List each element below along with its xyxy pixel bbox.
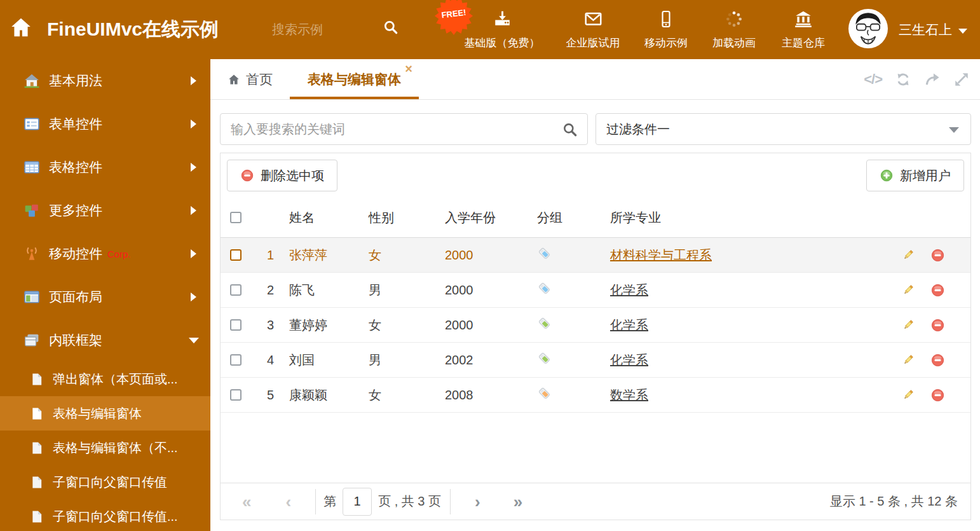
download-icon [493, 10, 512, 31]
sidebar-subitem-child-to-parent[interactable]: 子窗口向父窗口传值 [0, 465, 210, 499]
home-icon [24, 73, 39, 88]
chevron-down-icon [958, 29, 967, 34]
sidebar-item-mobile-controls[interactable]: 移动控件 Corp. [0, 232, 210, 275]
nav-label: 企业版试用 [566, 36, 620, 50]
keyword-search-input[interactable] [221, 114, 587, 144]
sidebar-item-basic-usage[interactable]: 基本用法 [0, 59, 210, 102]
gender-cell: 女 [364, 387, 440, 404]
nav-enterprise-trial[interactable]: 企业版试用 [566, 0, 620, 59]
user-menu[interactable]: 三生石上 [899, 21, 967, 39]
file-icon [31, 510, 44, 523]
tag-icon [537, 386, 552, 404]
table-row[interactable]: 5 康颖颖 女 2008 数学系 [221, 378, 970, 413]
delete-selected-button[interactable]: 删除选中项 [227, 160, 337, 191]
grid-empty-space [221, 413, 970, 483]
expand-icon[interactable] [953, 71, 970, 88]
name-cell: 董婷婷 [284, 317, 364, 334]
page-number-input[interactable] [343, 488, 372, 516]
filter-dropdown[interactable]: 过滤条件一 [595, 113, 971, 145]
source-code-icon[interactable]: </> [864, 71, 882, 88]
tab-home[interactable]: 首页 [228, 59, 273, 99]
nav-loading-animations[interactable]: 加载动画 [712, 0, 756, 59]
file-icon [31, 476, 44, 489]
delete-icon[interactable] [930, 353, 945, 368]
row-checkbox[interactable] [230, 389, 242, 401]
row-checkbox[interactable] [230, 354, 242, 366]
gender-cell: 女 [364, 247, 440, 264]
refresh-icon[interactable] [895, 71, 911, 88]
main-content: 首页 表格与编辑窗体 × </> 过滤条件一 [210, 59, 980, 531]
close-icon[interactable]: × [405, 62, 412, 75]
sidebar-item-form-controls[interactable]: 表单控件 [0, 102, 210, 146]
mobile-icon [657, 10, 675, 31]
row-index: 3 [255, 318, 284, 333]
avatar[interactable] [848, 9, 888, 48]
tag-icon [537, 246, 552, 265]
edit-icon[interactable] [901, 388, 915, 403]
table-header-row: 姓名 性别 入学年份 分组 所学专业 [221, 198, 970, 238]
major-link[interactable]: 材料科学与工程系 [610, 248, 712, 262]
major-link[interactable]: 数学系 [610, 388, 648, 402]
major-link[interactable]: 化学系 [610, 283, 648, 297]
tag-icon [537, 316, 552, 334]
plus-circle-icon [880, 169, 894, 183]
table-row[interactable]: 2 陈飞 男 2000 化学系 [221, 273, 970, 308]
delete-icon[interactable] [930, 318, 945, 333]
major-link[interactable]: 化学系 [610, 353, 648, 367]
row-checkbox[interactable] [230, 249, 242, 261]
header-search-icon[interactable] [383, 19, 399, 38]
envelope-icon [583, 10, 602, 31]
prev-page-button[interactable]: ‹ [285, 493, 291, 510]
tab-grid-edit-window[interactable]: 表格与编辑窗体 × [290, 59, 419, 99]
gender-cell: 男 [364, 352, 440, 369]
spinner-icon [725, 10, 744, 31]
sidebar-subitem-popup-window[interactable]: 弹出窗体（本页面或... [0, 362, 210, 396]
header-search-input[interactable] [272, 18, 374, 41]
select-all-checkbox[interactable] [230, 212, 242, 223]
home-icon [228, 73, 240, 86]
edit-icon[interactable] [901, 283, 915, 298]
delete-icon[interactable] [930, 283, 945, 298]
sidebar-subitem-grid-edit-window-2[interactable]: 表格与编辑窗体（不... [0, 431, 210, 465]
row-index: 2 [255, 283, 284, 298]
nav-theme-repository[interactable]: 主题仓库 [782, 0, 825, 59]
last-page-button[interactable]: » [514, 493, 522, 510]
row-checkbox[interactable] [230, 319, 242, 331]
major-link[interactable]: 化学系 [610, 318, 648, 332]
tag-icon [537, 281, 552, 300]
sidebar-subitem-child-to-parent-2[interactable]: 子窗口向父窗口传值... [0, 499, 210, 531]
table-row[interactable]: 3 董婷婷 女 2000 化学系 [221, 308, 970, 343]
gender-cell: 男 [364, 282, 440, 299]
name-cell: 张萍萍 [284, 247, 364, 264]
tag-icon [537, 351, 552, 369]
chevron-right-icon [191, 206, 196, 215]
delete-icon[interactable] [930, 388, 945, 403]
sidebar-item-grid-controls[interactable]: 表格控件 [0, 146, 210, 189]
row-checkbox[interactable] [230, 284, 242, 296]
home-icon[interactable] [9, 15, 33, 42]
next-page-button[interactable]: › [475, 493, 480, 510]
chevron-down-icon [949, 127, 959, 133]
nav-mobile-examples[interactable]: 移动示例 [644, 0, 688, 59]
user-name: 三生石上 [899, 21, 952, 39]
edit-icon[interactable] [901, 353, 915, 368]
edit-icon[interactable] [901, 248, 915, 263]
sidebar-item-inline-frame[interactable]: 内联框架 [0, 319, 210, 362]
table-row[interactable]: 1 张萍萍 女 2000 材料科学与工程系 [221, 238, 970, 273]
share-icon[interactable] [924, 71, 941, 88]
sidebar-item-page-layout[interactable]: 页面布局 [0, 275, 210, 319]
search-icon[interactable] [562, 121, 578, 141]
nav-basic-version[interactable]: 基础版（免费） [465, 0, 540, 59]
frames-icon [24, 333, 39, 348]
add-user-button[interactable]: 新增用户 [866, 160, 964, 191]
delete-icon[interactable] [930, 248, 945, 263]
sidebar-item-more-controls[interactable]: 更多控件 [0, 189, 210, 232]
sidebar-subitem-grid-edit-window[interactable]: 表格与编辑窗体 [0, 396, 210, 431]
table-row[interactable]: 4 刘国 男 2002 化学系 [221, 343, 970, 378]
first-page-button[interactable]: « [242, 493, 251, 510]
keyword-search-box [220, 113, 588, 145]
antenna-icon [24, 246, 39, 261]
year-cell: 2002 [440, 353, 532, 368]
edit-icon[interactable] [901, 318, 915, 333]
gender-cell: 女 [364, 317, 440, 334]
